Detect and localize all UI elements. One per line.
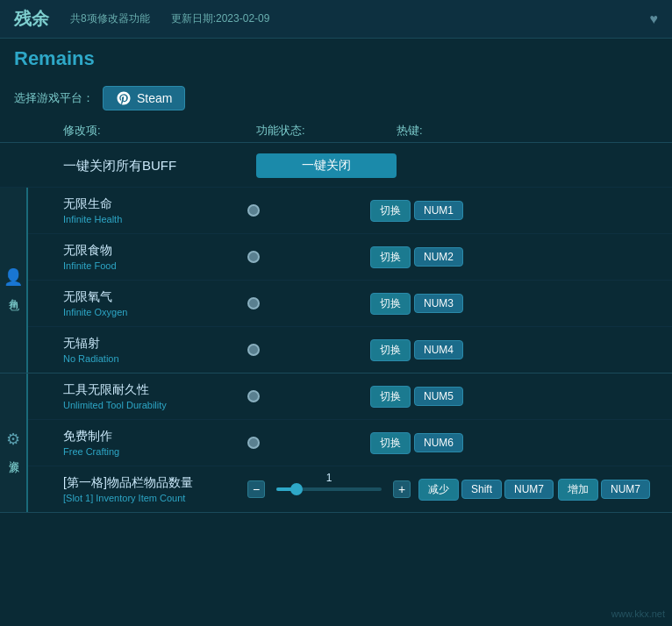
hotkey-shift[interactable]: Shift <box>461 480 502 499</box>
hotkey-num2-food[interactable]: NUM2 <box>414 247 463 267</box>
mod-row-infinite-food: 无限食物 Infinite Food 切换 NUM2 <box>28 234 672 281</box>
hotkey-increase[interactable]: 增加 <box>558 479 598 501</box>
mod-inventory-count-en: [Slot 1] Inventory Item Count <box>63 493 247 503</box>
platform-row: 选择游戏平台： Steam <box>0 74 672 119</box>
hotkey-no-radiation: 切换 NUM4 <box>370 339 658 361</box>
mod-infinite-health-en: Infinite Health <box>63 214 247 224</box>
watermark: www.kkx.net <box>611 608 665 619</box>
section-resource-label: ⚙ 资源 <box>0 373 28 512</box>
toggle-no-radiation[interactable] <box>247 344 260 356</box>
title-zh: 残余 <box>14 7 49 31</box>
mod-row-infinite-health: 无限生命 Infinite Health 切换 NUM1 <box>28 188 672 234</box>
section-resource-content: 工具无限耐久性 Unlimited Tool Durability 切换 NUM… <box>28 373 672 512</box>
mod-infinite-food-zh: 无限食物 <box>63 243 247 259</box>
steam-icon <box>116 90 132 106</box>
hotkey-switch-tool[interactable]: 切换 <box>370 386 411 408</box>
hotkey-decrease[interactable]: 减少 <box>418 479 459 501</box>
mod-inventory-count-zh: [第一格]物品栏物品数量 <box>63 475 247 491</box>
resource-icon: ⚙ <box>6 430 20 449</box>
heart-icon[interactable]: ♥ <box>650 11 659 27</box>
mod-count: 共8项修改器功能 <box>70 11 150 26</box>
slider-track-container: 1 <box>276 487 382 491</box>
header-bar: 残余 共8项修改器功能 更新日期:2023-02-09 ♥ <box>0 0 672 39</box>
slider-thumb[interactable] <box>290 483 303 495</box>
toggle-infinite-oxygen[interactable] <box>247 297 260 309</box>
mod-row-no-radiation: 无辐射 No Radiation 切换 NUM4 <box>28 327 672 373</box>
hotkey-increase-group: 增加 NUM7 <box>558 479 650 501</box>
hotkey-switch-food[interactable]: 切换 <box>370 246 411 268</box>
toggle-tool-durability[interactable] <box>247 390 260 402</box>
hotkey-num6-crafting[interactable]: NUM6 <box>414 433 463 452</box>
hotkey-switch-oxygen[interactable]: 切换 <box>370 293 411 315</box>
section-resource: ⚙ 资源 工具无限耐久性 Unlimited Tool Durability 切… <box>0 373 672 513</box>
hotkey-num3-oxygen[interactable]: NUM3 <box>414 294 463 313</box>
toggle-infinite-health[interactable] <box>247 204 260 217</box>
col-status: 功能状态: <box>256 123 397 139</box>
hotkey-num7-decrease[interactable]: NUM7 <box>504 480 554 499</box>
hotkey-num5-tool[interactable]: NUM5 <box>414 387 463 406</box>
mod-no-radiation-zh: 无辐射 <box>63 336 247 352</box>
oneclick-button[interactable]: 一键关闭 <box>256 153 397 178</box>
mod-row-infinite-oxygen: 无限氧气 Infinite Oxygen 切换 NUM3 <box>28 281 672 327</box>
hotkey-infinite-food: 切换 NUM2 <box>370 246 658 268</box>
hotkey-decrease-group: 减少 Shift NUM7 <box>418 479 554 501</box>
oneclick-name: 一键关闭所有BUFF <box>63 158 256 174</box>
mod-infinite-health-zh: 无限生命 <box>63 196 247 212</box>
steam-button[interactable]: Steam <box>103 86 185 110</box>
hotkey-infinite-oxygen: 切换 NUM3 <box>370 293 658 315</box>
hotkey-switch-health[interactable]: 切换 <box>370 200 411 222</box>
section-resource-text: 资源 <box>6 452 21 456</box>
hotkey-infinite-health: 切换 NUM1 <box>370 200 658 222</box>
hotkey-tool-durability: 切换 NUM5 <box>370 386 658 408</box>
steam-label: Steam <box>137 91 172 105</box>
slider-controls: − 1 + 减少 Shift NUM7 增加 NUM7 <box>247 479 658 501</box>
section-character-label: 👤 角色 <box>0 188 28 373</box>
column-headers: 修改项: 功能状态: 热键: <box>0 119 672 143</box>
section-character-text: 角色 <box>6 290 21 294</box>
mod-tool-durability-en: Unlimited Tool Durability <box>63 400 247 410</box>
title-en: Remains <box>14 47 658 70</box>
mod-infinite-food-en: Infinite Food <box>63 260 247 271</box>
hotkey-num4-radiation[interactable]: NUM4 <box>414 340 463 359</box>
hotkey-switch-crafting[interactable]: 切换 <box>370 432 411 454</box>
mod-infinite-oxygen-en: Infinite Oxygen <box>63 307 247 317</box>
col-mod: 修改项: <box>63 123 256 139</box>
platform-label: 选择游戏平台： <box>14 90 94 106</box>
mod-row-tool-durability: 工具无限耐久性 Unlimited Tool Durability 切换 NUM… <box>28 373 672 420</box>
sub-header: Remains <box>0 39 672 74</box>
slider-track[interactable] <box>276 487 382 491</box>
mod-tool-durability-zh: 工具无限耐久性 <box>63 382 247 398</box>
col-hotkey: 热键: <box>397 123 658 139</box>
slider-plus-button[interactable]: + <box>393 480 411 498</box>
hotkey-free-crafting: 切换 NUM6 <box>370 432 658 454</box>
toggle-free-crafting[interactable] <box>247 437 260 449</box>
oneclick-row: 一键关闭所有BUFF 一键关闭 <box>0 145 672 188</box>
mod-no-radiation-en: No Radiation <box>63 353 247 364</box>
slider-value: 1 <box>326 472 332 484</box>
update-date: 更新日期:2023-02-09 <box>171 11 270 26</box>
mod-row-free-crafting: 免费制作 Free Crafting 切换 NUM6 <box>28 420 672 466</box>
section-character-content: 无限生命 Infinite Health 切换 NUM1 无限食物 Infini… <box>28 188 672 373</box>
hotkey-switch-radiation[interactable]: 切换 <box>370 339 411 361</box>
character-icon: 👤 <box>4 267 23 287</box>
mod-infinite-oxygen-zh: 无限氧气 <box>63 289 247 305</box>
mod-row-inventory-count: [第一格]物品栏物品数量 [Slot 1] Inventory Item Cou… <box>28 466 672 512</box>
mod-free-crafting-en: Free Crafting <box>63 446 247 457</box>
mod-free-crafting-zh: 免费制作 <box>63 429 247 445</box>
toggle-infinite-food[interactable] <box>247 251 260 263</box>
hotkey-num1-health[interactable]: NUM1 <box>414 201 463 220</box>
hotkey-num7-increase[interactable]: NUM7 <box>601 480 650 499</box>
section-character: 👤 角色 无限生命 Infinite Health 切换 NUM1 无限食物 I… <box>0 188 672 373</box>
slider-minus-button[interactable]: − <box>247 480 265 498</box>
